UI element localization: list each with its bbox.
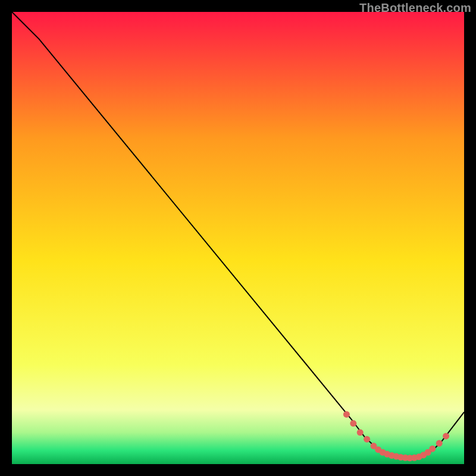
highlight-dot [364,436,370,443]
chart-background [12,12,464,464]
highlight-dot [343,411,350,418]
bottleneck-chart [12,12,464,464]
chart-stage: { "watermark": "TheBottleneck.com", "col… [0,0,476,476]
highlight-dot [429,446,436,452]
highlight-dot [350,420,356,427]
highlight-dot [357,429,364,436]
highlight-dot [436,440,443,447]
highlight-dot [443,433,449,439]
